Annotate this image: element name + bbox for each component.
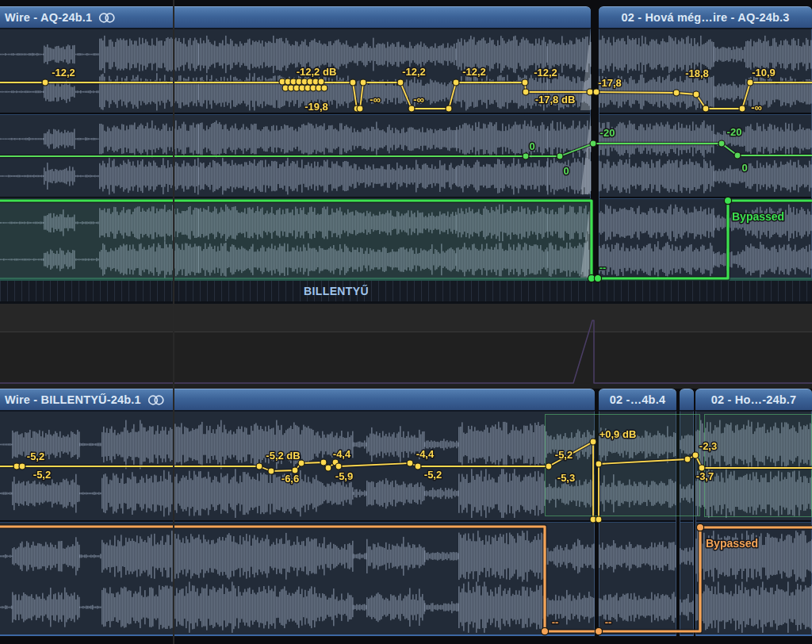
bottom_volume-line[interactable] [0,442,812,519]
top_bypass-line-outline [0,201,812,278]
automation-value-label: -17,8 [598,77,622,89]
automation-value-label: -5,2 dB [266,450,300,462]
automation-point[interactable] [587,89,593,95]
automation-value-label: -18,8 [685,67,709,79]
automation-value-label: -∞ [751,102,762,113]
top_pan-line[interactable] [0,144,812,156]
automation-point[interactable] [747,79,753,86]
automation-point[interactable] [693,91,699,98]
automation-value-label: -∞ [370,94,381,105]
automation-point[interactable] [718,140,725,147]
automation-point[interactable] [19,463,25,470]
automation-point[interactable] [320,459,327,466]
fade-out-triangle[interactable] [580,199,591,278]
automation-value-label: -12,2 dB [297,66,337,78]
automation-point[interactable] [696,523,703,531]
hidden_purple-line[interactable] [0,320,812,383]
automation-value-label: +0,9 dB [599,428,637,440]
automation-point[interactable] [407,460,413,466]
automation-point[interactable] [522,79,528,86]
automation-point[interactable] [446,105,452,112]
automation-point[interactable] [590,140,596,147]
automation-bypassed-tag: Bypassed [732,210,784,223]
automation-point[interactable] [335,463,342,470]
automation-value-label: -5,2 [33,469,51,481]
automation-point[interactable] [541,627,548,634]
automation-value-label: -5,9 [335,470,353,482]
automation-point[interactable] [703,105,709,112]
automation-value-label: -20 [600,127,615,139]
automation-point[interactable] [734,152,741,159]
automation-point[interactable] [408,105,415,112]
automation-value-label: -- [599,262,607,274]
automation-point[interactable] [692,452,699,458]
top_bypass-line[interactable] [0,201,812,278]
automation-point[interactable] [318,79,324,85]
automation-point[interactable] [415,463,421,470]
automation-point[interactable] [593,89,599,95]
automation-value-label: -10,9 [752,67,776,79]
automation-point[interactable] [350,79,356,86]
automation-value-label: -6,6 [282,473,299,485]
automation-value-label: -12,2 [52,67,75,79]
automation-point[interactable] [595,627,602,634]
automation-value-label: -- [552,616,559,628]
automation-point[interactable] [325,465,331,471]
automation-point[interactable] [596,461,602,467]
top_pan-line-outline [0,144,812,156]
automation-value-label: -5,3 [557,472,575,484]
fade-out-triangle[interactable] [580,115,591,194]
automation-value-label: -4,4 [416,448,435,460]
automation-value-label: -12,2 [402,66,426,78]
automation-point[interactable] [268,468,274,474]
automation-point[interactable] [546,463,552,470]
automation-point[interactable] [739,105,745,112]
automation-point[interactable] [256,463,262,470]
automation-point[interactable] [594,274,601,282]
automation-point[interactable] [557,153,563,159]
automation-point[interactable] [42,79,48,86]
automation-point[interactable] [673,90,680,96]
automation-value-label: -12,2 [534,67,557,79]
automation-value-label: -4,4 [333,448,351,460]
automation-point[interactable] [453,79,459,86]
playhead[interactable] [173,0,174,644]
automation-value-label: -5,2 [27,450,44,462]
automation-point[interactable] [397,79,404,86]
automation-point[interactable] [590,439,596,445]
automation-value-label: -5,2 [424,469,442,481]
automation-value-label: -5,2 [555,449,573,461]
automation-value-label: 0 [563,165,569,177]
automation-value-label: -19,8 [304,101,328,113]
automation-point[interactable] [357,105,363,112]
automation-point[interactable] [724,197,731,204]
arrange-area: BILLENTYŰ Wire - AQ-24b.1 02 - Hová még…… [0,0,812,644]
automation-value-label: -17,8 dB [535,94,576,105]
fade-out-triangle[interactable] [580,30,591,110]
automation-point[interactable] [684,456,691,462]
automation-value-label: -3,7 [696,470,714,482]
automation-value-label: -2,3 [699,440,717,452]
bottom_volume-line-outline [0,442,812,519]
automation-value-label: -12,2 [462,66,486,78]
bottom_bypass-line[interactable] [0,527,812,631]
automation-value-label: 0 [741,162,747,174]
automation-point[interactable] [321,85,327,91]
automation-value-label: -20 [727,126,742,138]
automation-value-label: 0 [529,140,534,152]
automation-value-label: -- [605,616,612,628]
automation-value-label: -∞ [413,94,424,105]
automation-point[interactable] [523,89,529,95]
automation-bypassed-tag: Bypassed [706,537,758,550]
automation-point[interactable] [360,79,366,86]
automation-point[interactable] [523,153,529,159]
bottom_bypass-line-outline [0,527,812,631]
automation-point[interactable] [596,516,602,523]
